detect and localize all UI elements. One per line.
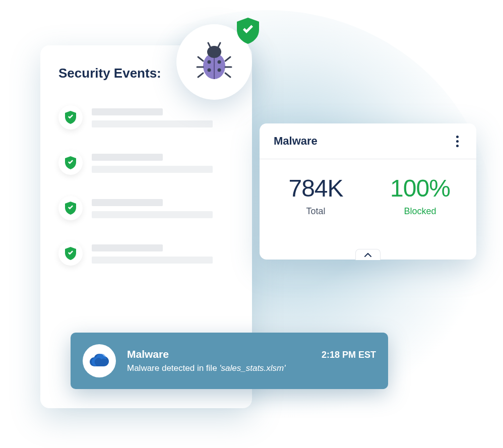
event-placeholder-text (92, 241, 234, 264)
alert-description: Malware detected in file 'sales_stats.xl… (127, 363, 376, 373)
event-item[interactable] (58, 151, 234, 175)
malware-stats-card: Malware 784K Total 100% Blocked (260, 123, 476, 260)
svg-point-2 (208, 60, 211, 64)
malware-alert-banner[interactable]: Malware 2:18 PM EST Malware detected in … (71, 333, 388, 389)
expand-button[interactable] (355, 249, 381, 260)
shield-check-icon (65, 247, 76, 260)
alert-filename: 'sales_stats.xlsm' (219, 363, 285, 373)
stat-total-label: Total (274, 206, 358, 217)
alert-title: Malware (127, 348, 169, 360)
more-menu-button[interactable] (452, 136, 462, 147)
svg-point-1 (207, 46, 221, 58)
event-status-badge (58, 105, 83, 130)
stat-total: 784K Total (274, 174, 358, 217)
event-placeholder-text (92, 196, 234, 218)
shield-check-icon (237, 18, 259, 44)
alert-timestamp: 2:18 PM EST (322, 350, 376, 360)
cloud-icon (89, 353, 110, 368)
shield-check-icon (65, 111, 76, 124)
shield-check-icon (65, 202, 76, 215)
bug-shield-overlay (237, 18, 259, 46)
stat-blocked-label: Blocked (378, 206, 462, 217)
malware-card-title: Malware (274, 135, 318, 148)
event-status-badge (58, 196, 83, 220)
event-status-badge (58, 151, 83, 175)
alert-source-icon-circle (83, 344, 116, 377)
shield-check-icon (65, 156, 76, 169)
stat-total-value: 784K (274, 174, 358, 202)
bug-icon (194, 42, 234, 82)
event-status-badge (58, 241, 83, 266)
svg-point-4 (208, 69, 211, 72)
event-item[interactable] (58, 241, 234, 266)
event-item[interactable] (58, 105, 234, 130)
event-placeholder-text (92, 151, 234, 173)
svg-point-3 (218, 60, 221, 64)
event-placeholder-text (92, 105, 234, 127)
chevron-up-icon (364, 253, 371, 257)
event-item[interactable] (58, 196, 234, 220)
svg-point-5 (218, 69, 221, 72)
stat-blocked: 100% Blocked (378, 174, 462, 217)
stat-blocked-value: 100% (378, 174, 462, 202)
